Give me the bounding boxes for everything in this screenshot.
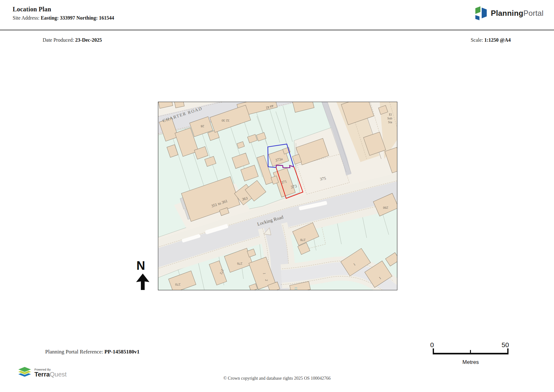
scale-note: Scale: 1:1250 @A4 [471, 37, 511, 43]
map-label: El [389, 113, 392, 116]
header-divider [0, 30, 554, 30]
date-label: Date Produced: [43, 37, 74, 43]
map-label: 278 [300, 238, 305, 242]
map-label: 270 [175, 283, 180, 286]
reference-label: Planning Portal Reference: [45, 349, 103, 355]
scale-label: Scale: [471, 37, 483, 43]
map-label: 28 [201, 124, 204, 128]
site-address-label: Site Address: [13, 15, 39, 21]
scale-value: 1:1250 @A4 [484, 37, 511, 43]
north-arrow-icon [135, 274, 151, 291]
planning-portal-icon [473, 6, 488, 21]
site-address-value: Easting: 333997 Northing: 161544 [41, 15, 114, 21]
date-produced: Date Produced: 23-Dec-2025 [43, 37, 102, 43]
map-label: 32 30 [221, 119, 229, 123]
wordmark-bold: Planning [491, 9, 523, 17]
map-label: 1 [262, 273, 266, 274]
planning-reference: Planning Portal Reference: PP-14585180v1 [45, 349, 140, 355]
site-address: Site Address: Easting: 333997 Northing: … [13, 15, 114, 21]
map-label: Sta [388, 120, 392, 124]
date-value: 23-Dec-2025 [75, 37, 102, 43]
planning-portal-wordmark: PlanningPortal [491, 9, 544, 18]
scale-bar-tick-mid [470, 350, 471, 354]
map-frame: CHARTER ROAD2832 3044 42ElSubSta373a3713… [158, 102, 397, 290]
page-title: Location Plan [13, 6, 51, 13]
map-label: 2 [265, 279, 268, 281]
map-label: Sub [387, 117, 392, 120]
planning-portal-logo: PlanningPortal [473, 6, 544, 21]
copyright-note: © Crown copyright and database rights 20… [0, 376, 554, 381]
north-label: N [136, 259, 145, 273]
map: CHARTER ROAD2832 3044 42ElSubSta373a3713… [158, 102, 397, 290]
location-plan-document: Location Plan Site Address: Easting: 333… [0, 0, 554, 392]
scale-bar-start: 0 [430, 341, 434, 349]
scale-bar-tick-left [433, 348, 434, 354]
map-label: 276 [237, 262, 242, 266]
scale-bar-unit: Metres [452, 359, 490, 365]
map-label: 290 [383, 206, 388, 210]
reference-value: PP-14585180v1 [104, 349, 139, 355]
scale-bar-tick-right [507, 348, 509, 354]
scale-bar-end: 50 [502, 341, 509, 349]
wordmark-light: Portal [523, 9, 544, 17]
